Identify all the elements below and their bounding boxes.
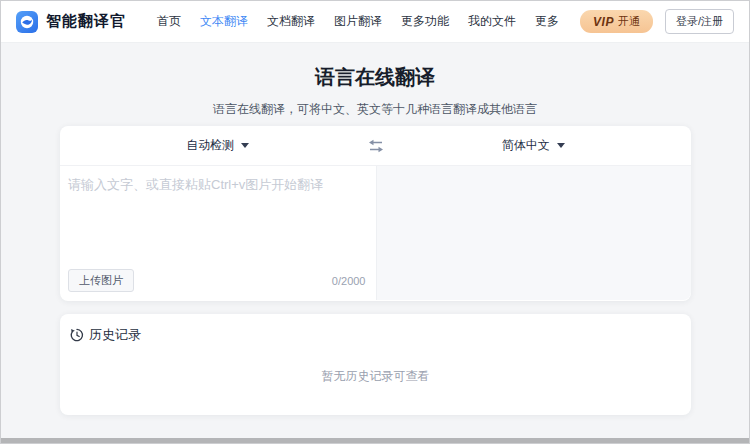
translation-output-pane	[376, 166, 692, 300]
main-nav: 首页 文本翻译 文档翻译 图片翻译 更多功能 我的文件 更多	[157, 13, 559, 30]
history-panel: 历史记录 暂无历史记录可查看	[60, 314, 691, 415]
top-navbar: 智能翻译官 首页 文本翻译 文档翻译 图片翻译 更多功能 我的文件 更多 VIP…	[1, 1, 749, 43]
source-text-input[interactable]	[60, 166, 376, 262]
target-language-label: 简体中文	[502, 137, 550, 154]
source-text-pane: 上传图片 0/2000	[60, 166, 376, 300]
chevron-down-icon	[241, 143, 249, 148]
vip-badge: VIP	[593, 15, 614, 29]
character-counter: 0/2000	[332, 275, 366, 287]
language-toolbar: 自动检测 简体中文	[60, 126, 691, 166]
vip-action-label: 开通	[618, 14, 640, 29]
nav-item-doc-translate[interactable]: 文档翻译	[267, 13, 315, 30]
source-language-area: 自动检测	[60, 126, 376, 165]
header-actions: VIP 开通 登录/注册	[580, 9, 734, 34]
nav-item-text-translate[interactable]: 文本翻译	[200, 13, 248, 30]
upload-image-button[interactable]: 上传图片	[68, 269, 134, 292]
page-subtitle: 语言在线翻译，可将中文、英文等十几种语言翻译成其他语言	[1, 101, 749, 118]
chevron-down-icon	[557, 143, 565, 148]
history-empty-message: 暂无历史记录可查看	[60, 368, 691, 385]
brand-title: 智能翻译官	[46, 12, 126, 31]
history-header: 历史记录	[60, 314, 691, 344]
swap-languages-icon[interactable]	[366, 138, 386, 153]
vip-upgrade-button[interactable]: VIP 开通	[580, 10, 653, 33]
translator-body: 上传图片 0/2000	[60, 166, 691, 300]
translator-panel: 自动检测 简体中文 上传图片	[60, 126, 691, 301]
history-icon	[70, 328, 84, 342]
nav-item-home[interactable]: 首页	[157, 13, 181, 30]
app-logo-icon	[16, 11, 38, 33]
login-register-button[interactable]: 登录/注册	[665, 9, 734, 34]
source-language-dropdown[interactable]: 自动检测	[186, 137, 249, 154]
target-language-dropdown[interactable]: 简体中文	[502, 137, 565, 154]
nav-item-more[interactable]: 更多	[535, 13, 559, 30]
source-language-label: 自动检测	[186, 137, 234, 154]
nav-item-my-files[interactable]: 我的文件	[468, 13, 516, 30]
history-title: 历史记录	[89, 326, 141, 344]
nav-item-more-features[interactable]: 更多功能	[401, 13, 449, 30]
page-title: 语言在线翻译	[1, 64, 749, 91]
target-language-area: 简体中文	[376, 126, 692, 165]
window-bottom-edge	[1, 438, 749, 443]
hero-section: 语言在线翻译 语言在线翻译，可将中文、英文等十几种语言翻译成其他语言	[1, 43, 749, 118]
nav-item-image-translate[interactable]: 图片翻译	[334, 13, 382, 30]
input-footer: 上传图片 0/2000	[68, 269, 366, 292]
translation-app-page: { "header": { "brand": "智能翻译官", "nav": […	[0, 0, 750, 444]
